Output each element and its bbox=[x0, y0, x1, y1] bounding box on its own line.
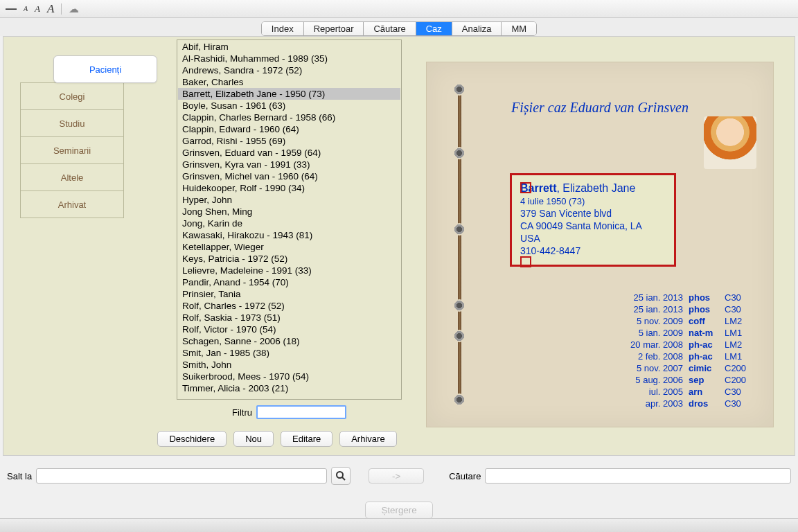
patient-list: Abif, HiramAl-Rashidi, Muhammed - 1989 (… bbox=[177, 39, 402, 400]
new-button[interactable]: Nou bbox=[233, 431, 274, 447]
patient-row[interactable]: Timmer, Alicia - 2003 (21) bbox=[178, 382, 400, 394]
patient-photo bbox=[704, 116, 756, 169]
patient-row[interactable]: Grinsven, Michel van - 1960 (64) bbox=[178, 170, 400, 182]
archive-button[interactable]: Arhivare bbox=[339, 431, 396, 447]
jump-input[interactable] bbox=[36, 468, 327, 484]
patient-row[interactable]: Smit, Jan - 1985 (38) bbox=[178, 347, 400, 359]
prescription-row: 5 aug. 2006sepC200 bbox=[630, 375, 752, 385]
prescription-row: 20 mar. 2008ph-acLM2 bbox=[630, 339, 752, 350]
patient-row[interactable]: Suikerbrood, Mees - 1970 (54) bbox=[178, 371, 400, 382]
main-panel: Pacienți ColegiStudiuSeminariiAlteleArhi… bbox=[3, 36, 795, 456]
patient-row[interactable]: Baker, Charles bbox=[178, 76, 400, 88]
patient-row[interactable]: Ketellapper, Wieger bbox=[178, 241, 400, 253]
patient-address-2: CA 90049 Santa Monica, LA bbox=[520, 220, 666, 231]
filter-row: Filtru bbox=[177, 402, 402, 422]
status-bar bbox=[0, 518, 798, 532]
patient-surname: Barrett bbox=[520, 182, 556, 194]
patient-row[interactable]: Barrett, Elizabeth Jane - 1950 (73) bbox=[178, 88, 400, 100]
prescription-row: 25 ian. 2013phosC30 bbox=[630, 292, 752, 303]
category-tabs: Pacienți ColegiStudiuSeminariiAlteleArhi… bbox=[20, 56, 124, 218]
bottom-bar: Salt la -> Căutare Ștergere bbox=[0, 456, 798, 532]
jump-label: Salt la bbox=[7, 471, 32, 481]
edit-button[interactable]: Editare bbox=[281, 431, 332, 447]
patient-row[interactable]: Rolf, Saskia - 1973 (51) bbox=[178, 312, 400, 323]
patient-address-1: 379 San Vicente blvd bbox=[520, 208, 666, 219]
patient-card: Barrett, Elizabeth Jane 4 iulie 1950 (73… bbox=[510, 173, 676, 267]
svg-line-1 bbox=[342, 477, 345, 480]
patient-list-scroll[interactable]: Abif, HiramAl-Rashidi, Muhammed - 1989 (… bbox=[178, 41, 400, 398]
search-label: Căutare bbox=[449, 471, 481, 481]
patient-given-names: , Elizabeth Jane bbox=[556, 182, 635, 194]
prescription-row: 25 ian. 2013phosC30 bbox=[630, 304, 752, 314]
delete-button: Ștergere bbox=[365, 502, 432, 519]
patient-row[interactable]: Garrod, Rishi - 1955 (69) bbox=[178, 135, 400, 147]
patient-row[interactable]: Keys, Patricia - 1972 (52) bbox=[178, 253, 400, 265]
prescription-row: iul. 2005arnC30 bbox=[630, 387, 752, 397]
patient-row[interactable]: Abif, Hiram bbox=[178, 41, 400, 53]
prescription-row: apr. 2003drosC30 bbox=[630, 398, 752, 409]
module-tabs-bar: IndexRepertoarCăutareCazAnalizaMM bbox=[0, 18, 798, 36]
patient-phone: 310-442-8447 bbox=[520, 245, 666, 256]
goto-button: -> bbox=[369, 468, 424, 484]
search-input[interactable] bbox=[485, 468, 791, 484]
patient-row[interactable]: Clappin, Charles Bernard - 1958 (66) bbox=[178, 112, 400, 123]
category-tab-altele[interactable]: Altele bbox=[20, 163, 124, 191]
magnifier-icon bbox=[335, 470, 346, 481]
patient-country: USA bbox=[520, 233, 666, 244]
patient-row[interactable]: Rolf, Victor - 1970 (54) bbox=[178, 323, 400, 335]
patient-row[interactable]: Hyper, John bbox=[178, 194, 400, 206]
patient-row[interactable]: Rolf, Charles - 1972 (52) bbox=[178, 300, 400, 312]
prescription-row: 5 nov. 2007cimicC200 bbox=[630, 363, 752, 373]
filter-label: Filtru bbox=[232, 407, 252, 418]
category-tab-arhivat[interactable]: Arhivat bbox=[20, 190, 124, 218]
font-size-small[interactable]: A bbox=[24, 5, 28, 12]
prescription-history: 25 ian. 2013phosC3025 ian. 2013phosC305 … bbox=[629, 291, 754, 410]
svg-point-0 bbox=[337, 472, 343, 478]
module-tab-caz[interactable]: Caz bbox=[416, 22, 452, 35]
patient-row[interactable]: Andrews, Sandra - 1972 (52) bbox=[178, 64, 400, 76]
patient-row[interactable]: Lelievre, Madeleine - 1991 (33) bbox=[178, 265, 400, 276]
cloud-icon[interactable]: ☁ bbox=[69, 3, 79, 15]
patient-row[interactable]: Jong Shen, Ming bbox=[178, 206, 400, 218]
patient-row[interactable]: Al-Rashidi, Muhammed - 1989 (35) bbox=[178, 53, 400, 64]
module-tab-analiza[interactable]: Analiza bbox=[452, 22, 502, 35]
case-file-title: Fișier caz Eduard van Grinsven bbox=[427, 100, 773, 116]
filter-input[interactable] bbox=[256, 405, 346, 419]
module-tab-index[interactable]: Index bbox=[262, 22, 304, 35]
category-tab-studiu[interactable]: Studiu bbox=[20, 109, 124, 137]
prescription-row: 5 nov. 2009coffLM2 bbox=[630, 316, 752, 326]
patient-row[interactable]: Boyle, Susan - 1961 (63) bbox=[178, 100, 400, 112]
category-tab-seminarii[interactable]: Seminarii bbox=[20, 136, 124, 164]
patient-dob: 4 iulie 1950 (73) bbox=[520, 196, 666, 206]
open-button[interactable]: Deschidere bbox=[157, 431, 227, 447]
patient-name: Barrett, Elizabeth Jane bbox=[520, 182, 666, 195]
patient-row[interactable]: Grinsven, Eduard van - 1959 (64) bbox=[178, 147, 400, 159]
zoom-out-icon[interactable]: — bbox=[6, 6, 17, 12]
module-tab-mm[interactable]: MM bbox=[502, 22, 536, 35]
toolbar-separator bbox=[61, 3, 62, 15]
patient-row[interactable]: Jong, Karin de bbox=[178, 218, 400, 229]
prescription-row: 5 ian. 2009nat-mLM1 bbox=[630, 328, 752, 338]
patient-row[interactable]: Grinsven, Kyra van - 1991 (33) bbox=[178, 159, 400, 170]
font-size-large[interactable]: A bbox=[47, 2, 54, 16]
case-file-panel: Fișier caz Eduard van Grinsven Barrett, … bbox=[426, 62, 774, 427]
patient-row[interactable]: Kawasaki, Hirakozu - 1943 (81) bbox=[178, 229, 400, 241]
patient-row[interactable]: Clappin, Edward - 1960 (64) bbox=[178, 123, 400, 135]
list-action-row: Deschidere Nou Editare Arhivare bbox=[149, 431, 405, 447]
app-toolbar: — A A A ☁ bbox=[0, 0, 798, 18]
search-icon-button[interactable] bbox=[331, 467, 351, 485]
patient-row[interactable]: Smith, John bbox=[178, 359, 400, 371]
module-tab-căutare[interactable]: Căutare bbox=[364, 22, 416, 35]
prescription-row: 2 feb. 2008ph-acLM1 bbox=[630, 351, 752, 362]
category-tab-patients[interactable]: Pacienți bbox=[53, 55, 157, 83]
patient-row[interactable]: Huidekooper, Rolf - 1990 (34) bbox=[178, 182, 400, 194]
module-tab-repertoar[interactable]: Repertoar bbox=[304, 22, 364, 35]
patient-row[interactable]: Schagen, Sanne - 2006 (18) bbox=[178, 335, 400, 347]
patient-row[interactable]: Pandir, Anand - 1954 (70) bbox=[178, 276, 400, 288]
binder-decoration bbox=[449, 71, 470, 418]
category-tab-colegi[interactable]: Colegi bbox=[20, 82, 124, 110]
patient-row[interactable]: Prinsier, Tania bbox=[178, 288, 400, 300]
font-size-medium[interactable]: A bbox=[35, 3, 40, 15]
